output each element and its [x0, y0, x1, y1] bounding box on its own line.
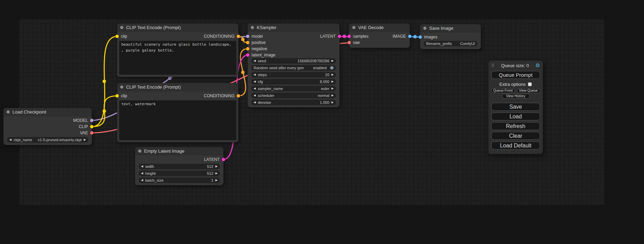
prev-arrow-icon[interactable]: ◀ — [254, 73, 256, 76]
next-arrow-icon[interactable]: ▶ — [332, 60, 334, 62]
node-title-bar[interactable]: VAE Decode — [349, 24, 410, 32]
collapse-dot-icon[interactable] — [423, 27, 426, 30]
toggle-dot-icon[interactable] — [330, 66, 334, 70]
input-slot-clip[interactable]: clip — [117, 34, 127, 39]
widget-sampler-name[interactable]: ◀ sampler_name euler ▶ — [251, 86, 336, 91]
output-slot-image[interactable]: IMAGE — [392, 34, 410, 39]
input-slot-negative[interactable]: negative — [248, 46, 267, 51]
output-slot-conditioning[interactable]: CONDITIONING — [204, 93, 238, 98]
node-title-bar[interactable]: CLIP Text Encode (Prompt) — [117, 83, 238, 91]
output-slot-conditioning[interactable]: CONDITIONING — [204, 34, 238, 39]
widget-width[interactable]: ◀ width 512 ▶ — [139, 164, 220, 169]
widget-denoise[interactable]: ◀ denoise 1.000 ▶ — [251, 100, 336, 105]
node-clip-text-encode-positive[interactable]: CLIP Text Encode (Prompt) clip CONDITION… — [117, 24, 238, 77]
next-arrow-icon[interactable]: ▶ — [215, 172, 218, 175]
refresh-button[interactable]: Refresh — [491, 122, 540, 130]
clip-input-dot[interactable] — [115, 35, 119, 38]
prompt-text-area[interactable]: beautiful scenery nature glass bottle la… — [119, 41, 236, 75]
conditioning-output-dot[interactable] — [237, 94, 240, 98]
next-arrow-icon[interactable]: ▶ — [215, 165, 218, 168]
queue-front-button[interactable]: Queue Front — [491, 88, 515, 93]
node-title-bar[interactable]: Empty Latent Image — [135, 147, 223, 155]
collapse-dot-icon[interactable] — [138, 150, 141, 153]
vae-output-dot[interactable] — [90, 131, 94, 135]
clip-output-dot[interactable] — [90, 125, 94, 128]
input-slot-samples[interactable]: samples — [349, 34, 369, 39]
prev-arrow-icon[interactable]: ◀ — [141, 172, 143, 175]
prev-arrow-icon[interactable]: ◀ — [254, 94, 256, 97]
next-arrow-icon[interactable]: ▶ — [84, 138, 86, 141]
node-title-bar[interactable]: CLIP Text Encode (Prompt) — [117, 24, 238, 32]
prev-arrow-icon[interactable]: ◀ — [254, 60, 256, 62]
collapse-dot-icon[interactable] — [7, 110, 10, 114]
prompt-text-area[interactable]: text, watermark — [119, 100, 236, 140]
node-empty-latent-image[interactable]: Empty Latent Image LATENT ◀ width 512 ▶ … — [135, 147, 223, 185]
queue-prompt-button[interactable]: Queue Prompt — [491, 71, 540, 79]
input-slot-vae[interactable]: vae — [349, 40, 360, 45]
next-arrow-icon[interactable]: ▶ — [332, 87, 334, 90]
collapse-dot-icon[interactable] — [352, 26, 355, 29]
view-history-button[interactable]: View History — [502, 94, 530, 99]
latent-output-dot[interactable] — [222, 158, 225, 161]
input-slot-latent-image[interactable]: latent_image — [248, 53, 275, 57]
settings-gear-icon[interactable]: ⚙ — [536, 62, 540, 69]
view-queue-button[interactable]: View Queue — [517, 88, 540, 93]
next-arrow-icon[interactable]: ▶ — [215, 179, 218, 182]
collapse-dot-icon[interactable] — [251, 26, 254, 29]
conditioning-output-dot[interactable] — [237, 35, 240, 38]
widget-height[interactable]: ◀ height 512 ▶ — [139, 171, 220, 176]
clip-input-dot[interactable] — [115, 94, 119, 98]
node-ksampler[interactable]: KSampler model LATENT positive — [248, 24, 339, 107]
widget-steps[interactable]: ◀ steps 20 ▶ — [251, 72, 336, 78]
output-slot-model[interactable]: MODEL — [73, 118, 92, 123]
prev-arrow-icon[interactable]: ◀ — [141, 165, 143, 168]
save-button[interactable]: Save — [491, 103, 540, 111]
next-arrow-icon[interactable]: ▶ — [332, 94, 334, 97]
node-load-checkpoint[interactable]: Load Checkpoint MODEL CLIP VAE — [3, 108, 92, 145]
model-output-dot[interactable] — [90, 119, 94, 122]
images-input-dot[interactable] — [418, 35, 422, 39]
clear-button[interactable]: Clear — [491, 132, 540, 140]
output-slot-latent[interactable]: LATENT — [320, 34, 339, 39]
model-input-dot[interactable] — [246, 35, 249, 38]
load-default-button[interactable]: Load Default — [491, 142, 540, 150]
collapse-dot-icon[interactable] — [120, 26, 123, 29]
widget-filename-prefix[interactable]: filename_prefix ComfyUI — [424, 41, 477, 46]
widget-random-seed-toggle[interactable]: Random seed after every gen enabled — [251, 65, 336, 71]
collapse-dot-icon[interactable] — [120, 85, 123, 89]
node-save-image[interactable]: Save Image images filename_prefix ComfyU… — [420, 24, 481, 49]
input-slot-clip[interactable]: clip — [117, 93, 127, 98]
widget-scheduler[interactable]: ◀ scheduler normal ▶ — [251, 93, 336, 98]
node-title-bar[interactable]: KSampler — [248, 24, 339, 32]
output-slot-clip[interactable]: CLIP — [79, 124, 92, 129]
image-output-dot[interactable] — [408, 35, 412, 38]
next-arrow-icon[interactable]: ▶ — [332, 73, 334, 76]
next-arrow-icon[interactable]: ▶ — [332, 101, 334, 104]
widget-cfg[interactable]: ◀ cfg 8.000 ▶ — [251, 79, 336, 84]
prev-arrow-icon[interactable]: ◀ — [141, 179, 143, 182]
prev-arrow-icon[interactable]: ◀ — [254, 87, 256, 90]
negative-input-dot[interactable] — [246, 47, 249, 51]
comfyui-graph-canvas[interactable]: Load Checkpoint MODEL CLIP VAE — [0, 0, 644, 244]
node-vae-decode[interactable]: VAE Decode samples IMAGE vae — [349, 24, 410, 48]
input-slot-positive[interactable]: positive — [248, 40, 266, 45]
node-title-bar[interactable]: Save Image — [420, 24, 481, 33]
prev-arrow-icon[interactable]: ◀ — [254, 101, 256, 104]
drag-handle-icon[interactable]: ⠿ — [491, 63, 495, 68]
vae-input-dot[interactable] — [347, 41, 351, 44]
latent-output-dot[interactable] — [338, 35, 341, 38]
next-arrow-icon[interactable]: ▶ — [332, 80, 334, 83]
node-clip-text-encode-negative[interactable]: CLIP Text Encode (Prompt) clip CONDITION… — [117, 83, 238, 142]
input-slot-images[interactable]: images — [420, 35, 438, 39]
node-title-bar[interactable]: Load Checkpoint — [3, 108, 92, 116]
latent-image-input-dot[interactable] — [246, 53, 249, 57]
load-button[interactable]: Load — [491, 112, 540, 120]
output-slot-vae[interactable]: VAE — [80, 130, 92, 135]
input-slot-model[interactable]: model — [248, 34, 263, 39]
positive-input-dot[interactable] — [246, 41, 249, 44]
prev-arrow-icon[interactable]: ◀ — [254, 80, 256, 83]
output-slot-latent[interactable]: LATENT — [204, 157, 223, 162]
widget-ckpt-name[interactable]: ◀ ckpt_name v1-5-pruned-emaonly.ckpt ▶ — [7, 137, 88, 143]
widget-seed[interactable]: ◀ seed 156680208700286 ▶ — [251, 58, 336, 64]
samples-input-dot[interactable] — [347, 35, 351, 38]
